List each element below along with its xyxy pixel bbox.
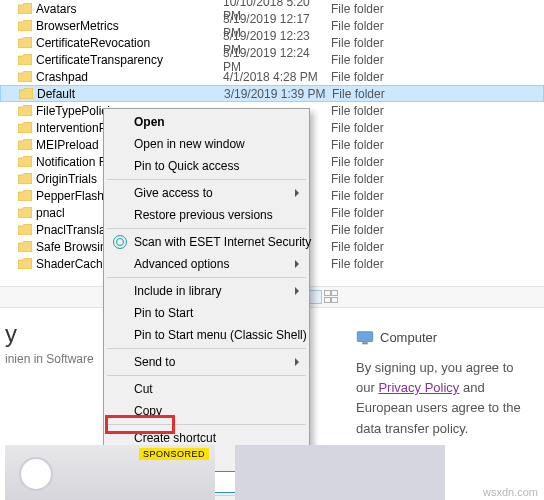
folder-icon [18,122,32,133]
file-type: File folder [331,172,421,186]
ad-banner[interactable] [235,445,445,500]
folder-icon [18,173,32,184]
folder-name: CertificateRevocation [36,36,150,50]
eset-icon [113,235,127,249]
menu-open[interactable]: Open [106,111,307,133]
menu-separator [107,277,306,278]
file-type: File folder [331,155,421,169]
date-modified: 4/1/2018 4:28 PM [223,70,331,84]
folder-icon [18,139,32,150]
folder-icon [18,241,32,252]
file-type: File folder [331,53,421,67]
folder-name: MEIPreload [36,138,99,152]
folder-icon [18,190,32,201]
list-item[interactable]: CertificateTransparency 3/19/2019 12:24 … [0,51,544,68]
menu-give-access-to[interactable]: Give access to [106,182,307,204]
folder-icon [18,54,32,65]
folder-name: PepperFlash [36,189,104,203]
folder-icon [18,207,32,218]
file-type: File folder [331,36,421,50]
folder-name: CertificateTransparency [36,53,163,67]
menu-include-library[interactable]: Include in library [106,280,307,302]
file-type: File folder [331,240,421,254]
folder-icon [18,224,32,235]
date-modified: 3/19/2019 1:39 PM [224,87,332,101]
file-type: File folder [331,121,421,135]
folder-icon [18,71,32,82]
subtitle-text: inien in Software [5,352,330,366]
folder-name: Avatars [36,2,76,16]
menu-restore-versions[interactable]: Restore previous versions [106,204,307,226]
folder-icon [19,88,33,99]
folder-icon [18,156,32,167]
folder-icon [18,3,32,14]
ad-banner[interactable]: SPONSORED [5,445,215,500]
folder-name: Default [37,87,75,101]
folder-name: pnacl [36,206,65,220]
submenu-arrow-icon [295,189,299,197]
file-type: File folder [331,223,421,237]
list-item[interactable]: Crashpad 4/1/2018 4:28 PM File folder [0,68,544,85]
watermark: wsxdn.com [483,486,538,498]
menu-open-new-window[interactable]: Open in new window [106,133,307,155]
clock-icon [19,457,53,491]
menu-advanced-options[interactable]: Advanced options [106,253,307,275]
file-type: File folder [331,189,421,203]
file-type: File folder [331,70,421,84]
submenu-arrow-icon [295,287,299,295]
page-footer: y inien in Software Computer By signing … [0,310,544,457]
file-type: File folder [332,87,422,101]
menu-eset-scan[interactable]: Scan with ESET Internet Security [106,231,307,253]
svg-rect-0 [357,332,372,342]
menu-separator [107,179,306,180]
privacy-policy-link[interactable]: Privacy Policy [378,380,459,395]
folder-name: OriginTrials [36,172,97,186]
folder-icon [18,20,32,31]
folder-icon [18,105,32,116]
folder-name: BrowserMetrics [36,19,119,33]
file-type: File folder [331,138,421,152]
folder-icon [18,258,32,269]
view-large-icons-icon[interactable] [324,290,340,304]
sponsored-badge: SPONSORED [139,448,209,460]
submenu-arrow-icon [295,260,299,268]
list-item-selected[interactable]: Default 3/19/2019 1:39 PM File folder [0,85,544,102]
folder-icon [18,37,32,48]
menu-separator [107,228,306,229]
menu-pin-quick-access[interactable]: Pin to Quick access [106,155,307,177]
folder-name: ShaderCache [36,257,109,271]
monitor-icon [356,331,374,345]
ad-strip: SPONSORED [0,445,544,500]
file-type: File folder [331,2,421,16]
svg-rect-1 [362,342,368,344]
file-type: File folder [331,19,421,33]
folder-name: Crashpad [36,70,88,84]
folder-name: Safe Browsing [36,240,113,254]
file-type: File folder [331,104,421,118]
file-type: File folder [331,257,421,271]
file-type: File folder [331,206,421,220]
heading-fragment: y [5,320,330,348]
computer-label: Computer [356,328,522,348]
